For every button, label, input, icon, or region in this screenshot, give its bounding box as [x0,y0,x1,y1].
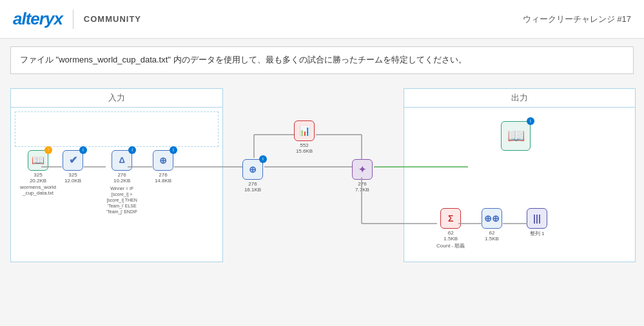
summarize-top-icon: 📊 [294,120,315,141]
header-divider [73,10,73,29]
info-badge-output: i [527,117,534,125]
app-header: alteryx COMMUNITY ウィークリーチャレンジ #17 [0,0,644,39]
sort-tool[interactable]: ⊕⊕ 62 1.5KB [482,208,502,242]
description-text: ファイル "wormens_world_cup_data.txt" 内のデータを… [20,55,467,64]
input-tool[interactable]: 📖 ! 325 20.2KB wormens_world_cup_data.tx… [19,150,57,196]
community-label: COMMUNITY [84,14,141,24]
summarize-bottom-label: Count - 順義 [436,242,465,249]
summarize-top-badge: 552 15.6KB [296,142,313,155]
output-section: 出力 📖 i Σ 62 1.5KB Count - 順義 ⊕⊕ 62 [404,88,636,262]
sort-label: 整列 1 [530,230,545,237]
sort-browse-tool[interactable]: ||| 整列 1 [527,208,547,237]
summarize-bottom-badge: 62 1.5KB [444,230,458,242]
sort-badge: 62 1.5KB [485,230,499,242]
sample-tool[interactable]: ⊕ i 276 16.1KB [242,159,263,193]
summarize-bottom-tool[interactable]: Σ 62 1.5KB Count - 順義 [436,208,465,249]
input-section: 入力 📖 ! 325 20.2KB wormens_world_cup_data… [10,88,223,262]
input-badge: 325 20.2KB [30,172,46,184]
info-badge-join: i [170,146,177,154]
info-badge-filter: i [79,146,87,154]
union-icon: ✦ [352,159,373,180]
input-inner-box [15,111,219,147]
output-browse-icon: 📖 [501,121,531,151]
sort-icon: ⊕⊕ [482,208,502,229]
challenge-title: ウィークリーチャレンジ #17 [523,14,631,25]
output-title: 出力 [404,89,635,108]
formula-label: Winner = IF [score_i] > [score_i] THEN '… [106,186,137,215]
output-browse-tool[interactable]: 📖 i [501,121,531,151]
join-badge: 276 14.8KB [155,172,171,184]
sort-browse-icon: ||| [527,208,547,229]
description-box: ファイル "wormens_world_cup_data.txt" 内のデータを… [10,46,634,74]
filter-badge: 325 12.0KB [64,172,81,184]
warn-badge: ! [44,146,52,154]
info-badge-sample: i [259,155,267,163]
info-badge-formula: i [128,146,136,154]
summarize-top-tool[interactable]: 📊 552 15.6KB [294,120,315,155]
sample-badge: 276 16.1KB [244,181,261,193]
formula-badge: 276 10.2KB [113,172,130,184]
input-label: wormens_world_cup_data.txt [19,184,57,196]
filter-tool[interactable]: ✔ i 325 12.0KB [63,150,83,184]
input-title: 入力 [11,89,222,108]
join-tool[interactable]: ⊕ i 276 14.8KB [153,150,173,184]
summarize-bottom-icon: Σ [440,208,461,229]
union-tool[interactable]: ✦ 276 7.7KB [352,159,373,193]
formula-tool[interactable]: Δ i 276 10.2KB Winner = IF [score_i] > [… [106,150,137,215]
union-badge: 276 7.7KB [355,181,369,193]
logo: alteryx [13,9,63,29]
